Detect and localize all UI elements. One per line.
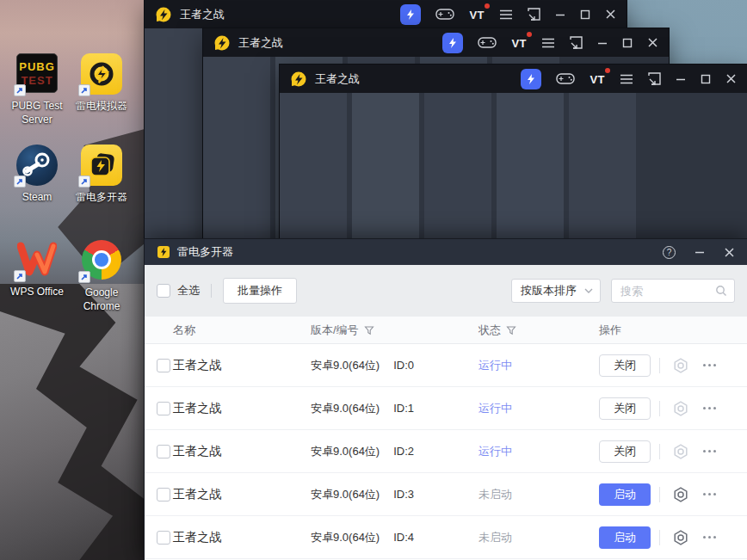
stop-button[interactable]: 关闭 bbox=[599, 440, 651, 463]
boost-icon[interactable] bbox=[442, 33, 463, 53]
desktop-icon-label: WPS Office bbox=[1, 285, 73, 298]
close-icon[interactable] bbox=[724, 247, 735, 258]
instance-row: 王者之战 安卓9.0(64位)ID:4 未启动 启动 bbox=[145, 516, 747, 559]
resize-icon[interactable] bbox=[528, 8, 540, 21]
desktop-icon-ld-multiplayer[interactable]: 雷电多开器 bbox=[65, 145, 138, 204]
resize-icon[interactable] bbox=[648, 72, 661, 85]
instance-name: 王者之战 bbox=[173, 487, 221, 502]
settings-gear-icon[interactable] bbox=[672, 400, 689, 417]
start-button[interactable]: 启动 bbox=[599, 483, 651, 506]
more-actions-icon[interactable] bbox=[701, 489, 718, 499]
minimize-icon[interactable] bbox=[676, 74, 686, 84]
desktop-icon-google-chrome[interactable]: Google Chrome bbox=[65, 239, 138, 313]
close-icon[interactable] bbox=[605, 9, 616, 20]
header-name: 名称 bbox=[173, 323, 311, 338]
desktop-icon-ldplayer[interactable]: 雷电模拟器 bbox=[65, 53, 138, 113]
settings-gear-icon[interactable] bbox=[672, 357, 689, 374]
instance-version: 安卓9.0(64位) bbox=[311, 358, 380, 373]
settings-gear-icon[interactable] bbox=[672, 443, 689, 460]
start-button[interactable]: 启动 bbox=[599, 526, 651, 549]
instance-name: 王者之战 bbox=[173, 530, 221, 545]
shortcut-arrow-icon bbox=[78, 271, 90, 283]
instance-version: 安卓9.0(64位) bbox=[311, 444, 380, 459]
shortcut-arrow-icon bbox=[78, 175, 90, 188]
emulator-titlebar: 王者之战 VT bbox=[203, 28, 669, 57]
gamepad-icon[interactable] bbox=[556, 72, 575, 85]
pubg-test-text: TEST bbox=[21, 74, 52, 87]
settings-gear-icon[interactable] bbox=[672, 529, 689, 546]
more-actions-icon[interactable] bbox=[701, 532, 718, 542]
vt-notification-dot bbox=[605, 68, 610, 73]
desktop-icon-label: Steam bbox=[1, 190, 73, 204]
search-box[interactable] bbox=[611, 279, 735, 303]
resize-icon[interactable] bbox=[570, 36, 583, 49]
instance-row: 王者之战 安卓9.0(64位)ID:2 运行中 关闭 bbox=[145, 430, 747, 473]
status-badge: 运行中 bbox=[478, 444, 512, 459]
desktop-icon-steam[interactable]: Steam bbox=[1, 145, 73, 204]
multi-instance-manager-window: 雷电多开器 ? 全选 批量操作 按版本排序 bbox=[145, 239, 747, 560]
instance-version: 安卓9.0(64位) bbox=[311, 401, 380, 416]
window-title: 王者之战 bbox=[238, 35, 283, 51]
instance-id: ID:1 bbox=[393, 402, 414, 415]
select-all-label: 全选 bbox=[177, 283, 200, 298]
chevron-down-icon bbox=[584, 288, 593, 293]
vt-notification-dot bbox=[527, 32, 532, 37]
row-checkbox[interactable] bbox=[157, 402, 170, 415]
menu-icon[interactable] bbox=[499, 9, 513, 20]
desktop-icon-pubg-test-server[interactable]: PUBG TEST PUBG Test Server bbox=[1, 53, 73, 126]
minimize-icon[interactable] bbox=[555, 9, 565, 20]
pubg-icon-text: PUBG bbox=[19, 60, 55, 73]
select-all-checkbox[interactable] bbox=[157, 284, 170, 298]
instance-id: ID:4 bbox=[393, 531, 414, 544]
vt-icon[interactable]: VT bbox=[469, 7, 485, 22]
minimize-icon[interactable] bbox=[597, 38, 608, 48]
ops-divider bbox=[659, 487, 660, 502]
more-actions-icon[interactable] bbox=[701, 360, 718, 370]
filter-icon[interactable] bbox=[364, 325, 374, 335]
ops-divider bbox=[659, 444, 660, 459]
boost-icon[interactable] bbox=[400, 4, 421, 25]
boost-icon[interactable] bbox=[521, 69, 541, 89]
minimize-icon[interactable] bbox=[695, 247, 705, 257]
vt-icon[interactable]: VT bbox=[590, 71, 605, 87]
stop-button[interactable]: 关闭 bbox=[599, 397, 651, 420]
more-actions-icon[interactable] bbox=[701, 403, 718, 413]
vt-notification-dot bbox=[485, 3, 490, 9]
emulator-titlebar: 王者之战 VT bbox=[145, 0, 627, 28]
search-input[interactable] bbox=[614, 285, 715, 298]
filter-icon[interactable] bbox=[506, 325, 516, 335]
menu-icon[interactable] bbox=[541, 38, 555, 48]
maximize-icon[interactable] bbox=[701, 74, 711, 84]
sort-dropdown[interactable]: 按版本排序 bbox=[511, 279, 601, 303]
batch-operations-button[interactable]: 批量操作 bbox=[223, 278, 297, 304]
status-badge: 运行中 bbox=[478, 401, 512, 416]
maximize-icon[interactable] bbox=[622, 38, 633, 48]
instance-name: 王者之战 bbox=[173, 444, 221, 459]
manager-toolbar: 全选 批量操作 按版本排序 bbox=[145, 265, 747, 317]
row-checkbox[interactable] bbox=[157, 531, 170, 545]
row-checkbox[interactable] bbox=[157, 359, 170, 372]
vt-icon[interactable]: VT bbox=[511, 35, 527, 51]
ldplayer-logo-icon bbox=[213, 34, 231, 52]
close-icon[interactable] bbox=[647, 37, 658, 48]
shortcut-arrow-icon bbox=[14, 270, 26, 282]
instance-name: 王者之战 bbox=[173, 358, 221, 373]
shortcut-arrow-icon bbox=[78, 84, 90, 96]
instance-row: 王者之战 安卓9.0(64位)ID:0 运行中 关闭 bbox=[145, 344, 747, 387]
window-title: 王者之战 bbox=[315, 71, 360, 87]
gamepad-icon[interactable] bbox=[478, 36, 497, 49]
close-icon[interactable] bbox=[725, 73, 737, 84]
stop-button[interactable]: 关闭 bbox=[599, 354, 651, 377]
more-actions-icon[interactable] bbox=[701, 446, 718, 456]
menu-icon[interactable] bbox=[620, 74, 633, 84]
ops-divider bbox=[659, 358, 660, 373]
maximize-icon[interactable] bbox=[580, 9, 590, 20]
row-checkbox[interactable] bbox=[157, 488, 170, 502]
gamepad-icon[interactable] bbox=[435, 8, 454, 21]
instance-version: 安卓9.0(64位) bbox=[311, 487, 380, 502]
desktop-icon-label: 雷电多开器 bbox=[65, 190, 138, 204]
settings-gear-icon[interactable] bbox=[672, 486, 689, 503]
desktop-icon-wps-office[interactable]: WPS Office bbox=[1, 239, 73, 298]
help-icon[interactable]: ? bbox=[663, 246, 676, 259]
row-checkbox[interactable] bbox=[157, 445, 170, 458]
